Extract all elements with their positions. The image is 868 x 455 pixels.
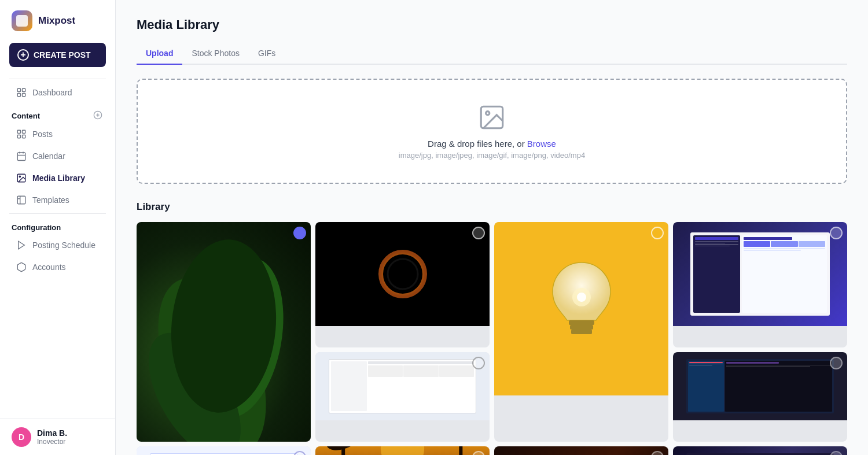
calendar-label: Calendar <box>32 151 65 161</box>
sidebar-item-dashboard[interactable]: Dashboard <box>5 82 111 103</box>
media-library-label: Media Library <box>32 173 85 183</box>
ring-illustration <box>377 248 429 300</box>
svg-point-34 <box>577 293 586 302</box>
sidebar-item-posts[interactable]: Posts <box>5 124 111 145</box>
media-select-checkbox[interactable] <box>472 357 485 369</box>
svg-rect-7 <box>17 130 20 133</box>
configuration-section-header: Configuration <box>0 216 115 234</box>
leaf-illustration <box>137 222 311 442</box>
sidebar-item-media-library[interactable]: Media Library <box>5 168 111 188</box>
calendar-icon <box>16 151 27 161</box>
svg-rect-8 <box>23 130 25 133</box>
media-item[interactable] <box>673 352 847 442</box>
sidebar-item-calendar[interactable]: Calendar <box>5 146 111 167</box>
accounts-icon <box>16 262 27 272</box>
dark-photo-illustration <box>494 446 668 455</box>
user-name: Dima B. <box>37 428 67 438</box>
sidebar-footer: D Dima B. Inovector <box>0 419 115 455</box>
tab-upload[interactable]: Upload <box>137 44 182 65</box>
sidebar-item-templates[interactable]: Templates <box>5 190 111 210</box>
media-select-checkbox[interactable] <box>293 451 306 455</box>
tabs-bar: Upload Stock Photos GIFs <box>137 44 847 65</box>
media-select-checkbox[interactable] <box>830 227 843 239</box>
svg-point-16 <box>19 176 20 177</box>
media-library-icon <box>16 173 27 183</box>
create-post-button[interactable]: + CREATE POST <box>9 43 106 67</box>
posts-icon <box>16 129 27 139</box>
media-select-checkbox[interactable] <box>651 227 664 239</box>
svg-point-23 <box>486 112 490 115</box>
plus-circle-icon: + <box>17 49 29 61</box>
svg-rect-17 <box>17 196 25 204</box>
media-item[interactable] <box>673 222 847 347</box>
create-post-label: CREATE POST <box>34 50 91 60</box>
dashboard-icon <box>16 87 27 98</box>
svg-rect-10 <box>23 135 25 138</box>
templates-icon <box>16 195 27 205</box>
user-org: Inovector <box>37 438 67 446</box>
logo-icon <box>12 10 32 31</box>
posting-schedule-icon <box>16 240 27 250</box>
svg-rect-9 <box>17 135 20 138</box>
svg-rect-2 <box>17 94 20 97</box>
sidebar-divider-top <box>9 79 106 79</box>
media-item[interactable] <box>315 222 490 347</box>
main-content: Media Library Upload Stock Photos GIFs D… <box>116 0 868 455</box>
configuration-section-label: Configuration <box>12 223 61 232</box>
upload-zone[interactable]: Drag & drop files here, or Browse image/… <box>137 79 847 184</box>
screenshot-mockup-dark <box>686 359 834 413</box>
svg-point-35 <box>381 446 424 455</box>
svg-point-29 <box>388 259 418 289</box>
svg-rect-39 <box>459 446 462 455</box>
avatar-initials: D <box>19 432 24 442</box>
add-content-icon[interactable] <box>93 110 104 121</box>
library-grid <box>137 222 847 455</box>
svg-rect-3 <box>23 94 25 97</box>
content-section-label: Content <box>12 112 40 120</box>
media-item[interactable] <box>137 446 311 455</box>
upload-main-text: Drag & drop files here, or Browse <box>428 139 556 149</box>
upload-hint: image/jpg, image/jpeg, image/gif, image/… <box>399 151 585 160</box>
media-item[interactable] <box>494 446 668 455</box>
sidebar-item-posting-schedule[interactable]: Posting Schedule <box>5 235 111 256</box>
sidebar: Mixpost + CREATE POST Dashboard Content <box>0 0 116 455</box>
media-item[interactable] <box>137 222 311 442</box>
screenshot-mockup-light <box>329 359 477 413</box>
media-item[interactable] <box>315 446 490 455</box>
app-name: Mixpost <box>38 15 75 27</box>
media-select-checkbox[interactable] <box>830 451 843 455</box>
media-item[interactable] <box>494 222 668 442</box>
posts-label: Posts <box>32 130 53 139</box>
svg-rect-0 <box>17 88 20 91</box>
page-title: Media Library <box>137 17 847 32</box>
accounts-label: Accounts <box>32 262 66 272</box>
svg-rect-1 <box>23 88 25 91</box>
media-select-checkbox[interactable] <box>293 227 306 239</box>
screenshot-mockup <box>690 232 830 316</box>
logo-icon-inner <box>16 15 28 27</box>
svg-rect-11 <box>17 153 25 161</box>
browse-link[interactable]: Browse <box>527 139 556 149</box>
content-section-header: Content <box>0 103 115 123</box>
dashboard-label: Dashboard <box>32 88 72 97</box>
sidebar-item-accounts[interactable]: Accounts <box>5 257 111 278</box>
tab-gifs[interactable]: GIFs <box>249 44 285 65</box>
tab-stock-photos[interactable]: Stock Photos <box>182 44 249 65</box>
media-select-checkbox[interactable] <box>830 357 843 369</box>
app-logo: Mixpost <box>0 0 115 40</box>
svg-rect-30 <box>569 320 594 325</box>
posting-schedule-label: Posting Schedule <box>32 241 95 250</box>
media-item[interactable] <box>315 352 490 442</box>
lightbulb-illustration <box>547 257 616 361</box>
user-info: Dima B. Inovector <box>37 428 67 446</box>
media-select-checkbox[interactable] <box>472 227 485 239</box>
library-title: Library <box>137 201 847 213</box>
silhouette-illustration <box>315 446 490 455</box>
upload-image-icon <box>477 103 506 132</box>
templates-label: Templates <box>32 195 69 205</box>
svg-rect-32 <box>571 330 592 334</box>
svg-rect-31 <box>570 325 593 330</box>
media-item[interactable] <box>673 446 847 455</box>
sidebar-divider-mid <box>9 213 106 214</box>
avatar: D <box>12 427 31 447</box>
